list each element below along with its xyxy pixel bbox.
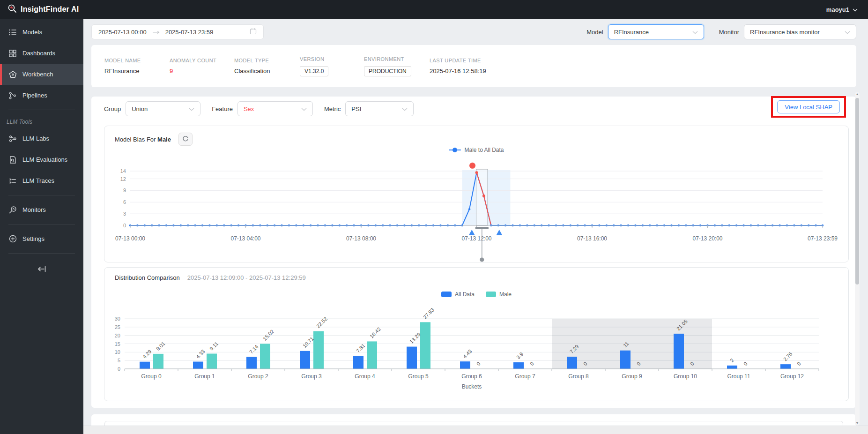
svg-text:10.71: 10.71 [302,336,315,349]
svg-text:0: 0 [796,361,802,367]
date-range-picker[interactable]: 2025-07-13 00:00 2025-07-13 23:59 [91,24,264,39]
scroll-down-arrow-icon[interactable]: ▼ [855,421,860,426]
svg-text:4.29: 4.29 [141,348,153,359]
model-select[interactable]: RFInsurance [608,24,704,39]
magnifier-pulse-icon [7,4,17,15]
sidebar-item-llm-traces[interactable]: LLM Traces [0,170,83,191]
next-panel-peek [91,414,856,426]
sidebar-divider [8,110,75,110]
sidebar-collapse-button[interactable] [0,257,83,275]
svg-text:27.93: 27.93 [422,307,435,320]
collapse-arrow-icon [37,265,47,275]
svg-text:07-13 23:59: 07-13 23:59 [808,235,838,242]
sidebar-item-settings[interactable]: Settings [0,228,83,249]
model-info-card: MODEL NAMERFInsurance ANOMALY COUNT9 MOD… [91,45,856,87]
date-start-value[interactable]: 2025-07-13 00:00 [98,29,147,36]
group-select[interactable]: Union [126,101,200,116]
sidebar-item-label: Models [22,29,42,36]
svg-text:3: 3 [123,211,126,217]
vertical-scrollbar[interactable]: ▲ ▼ [855,92,860,426]
sidebar-item-dashboards[interactable]: Dashboards [0,43,83,64]
distribution-bar-chart: 0510152025304.299.01Group 04.339.11Group… [104,268,848,401]
chart-controls-row: Group Union Feature Sex Metric PSI View … [91,97,856,121]
svg-text:0: 0 [742,361,749,367]
version-badge: V1.32.0 [300,66,328,76]
svg-text:16.42: 16.42 [369,326,382,339]
scroll-up-arrow-icon[interactable]: ▲ [855,92,860,97]
svg-text:15: 15 [115,341,120,347]
metric-select[interactable]: PSI [345,101,414,116]
date-end-value[interactable]: 2025-07-13 23:59 [165,29,244,36]
model-bias-card: Model Bias For Male Male to All Data 036… [104,126,849,262]
group-label: Group [104,105,121,112]
sidebar-item-label: LLM Evaluations [22,156,67,163]
anomaly-count-value: 9 [170,67,234,75]
svg-text:0: 0 [475,361,482,367]
llm-traces-icon [8,177,17,185]
svg-text:Group 2: Group 2 [248,373,268,380]
info-label: MODEL TYPE [234,58,300,63]
metric-select-value: PSI [351,105,361,112]
svg-text:Group 10: Group 10 [674,373,697,380]
svg-text:Group 0: Group 0 [141,373,162,380]
workbench-icon [8,71,17,78]
sidebar-divider [8,224,75,224]
sidebar-item-models[interactable]: Models [0,22,83,43]
svg-text:Group 1: Group 1 [194,373,215,380]
model-name-value: RFInsurance [104,67,170,75]
monitor-select[interactable]: RFInsurance bias monitor [744,24,856,39]
svg-text:10: 10 [115,349,120,355]
calendar-icon[interactable] [250,28,257,36]
svg-text:30: 30 [115,316,120,322]
feature-select-value: Sex [244,105,254,112]
dashboards-icon [8,50,17,57]
view-local-shap-button[interactable]: View Local SHAP [777,100,840,113]
svg-text:9.01: 9.01 [155,341,166,352]
info-label: MODEL NAME [104,58,170,63]
logo-text: InsightFinder AI [21,5,79,14]
svg-text:3.9: 3.9 [515,351,524,360]
svg-text:5: 5 [118,358,120,363]
svg-text:Group 8: Group 8 [568,373,589,380]
svg-text:4.43: 4.43 [462,348,473,359]
info-label: LAST UPDATE TIME [430,58,533,63]
feature-label: Feature [212,105,233,112]
chevron-down-icon [189,105,194,112]
model-type-value: Classification [234,67,300,75]
model-select-value: RFInsurance [614,29,649,36]
info-label: VERSION [300,56,364,62]
environment-badge: PRODUCTION [364,66,411,76]
user-menu[interactable]: maoyu1 [826,6,858,13]
last-update-value: 2025-07-16 12:58:19 [430,67,533,75]
model-label: Model [586,29,603,36]
svg-text:9: 9 [123,187,126,193]
svg-text:Buckets: Buckets [462,383,482,390]
sidebar-divider [8,253,75,254]
sidebar-item-pipelines[interactable]: Pipelines [0,85,83,106]
monitor-select-value: RFInsurance bias monitor [750,29,820,36]
svg-text:07-13 04:00: 07-13 04:00 [230,235,260,242]
sidebar-item-label: LLM Labs [22,135,49,142]
svg-text:07-13 08:00: 07-13 08:00 [346,235,376,242]
llm-labs-icon [8,135,17,142]
svg-text:Group 11: Group 11 [727,373,750,380]
sidebar-item-monitors[interactable]: Monitors [0,199,83,220]
sidebar-item-label: Monitors [22,206,46,213]
sidebar-item-workbench[interactable]: Workbench [0,64,83,85]
monitors-icon [8,206,17,214]
app-root: InsightFinder AI maoyu1 Models Dashboard… [0,0,868,434]
svg-text:07-13 12:00: 07-13 12:00 [461,235,491,242]
scrollbar-thumb[interactable] [855,98,859,284]
svg-text:9.11: 9.11 [208,341,219,352]
horizontal-scrollbar-track[interactable] [83,426,868,434]
feature-select[interactable]: Sex [237,101,313,116]
svg-text:6: 6 [123,199,126,205]
info-label: ANOMALY COUNT [170,58,234,63]
sidebar-item-llm-evaluations[interactable]: LLM Evaluations [0,149,83,170]
sidebar-item-llm-labs[interactable]: LLM Labs [0,128,83,149]
chevron-down-icon [301,105,307,112]
svg-text:Group 3: Group 3 [301,373,322,380]
svg-text:0: 0 [529,361,535,367]
sidebar-item-label: LLM Traces [22,177,54,184]
svg-text:Group 5: Group 5 [408,373,429,380]
